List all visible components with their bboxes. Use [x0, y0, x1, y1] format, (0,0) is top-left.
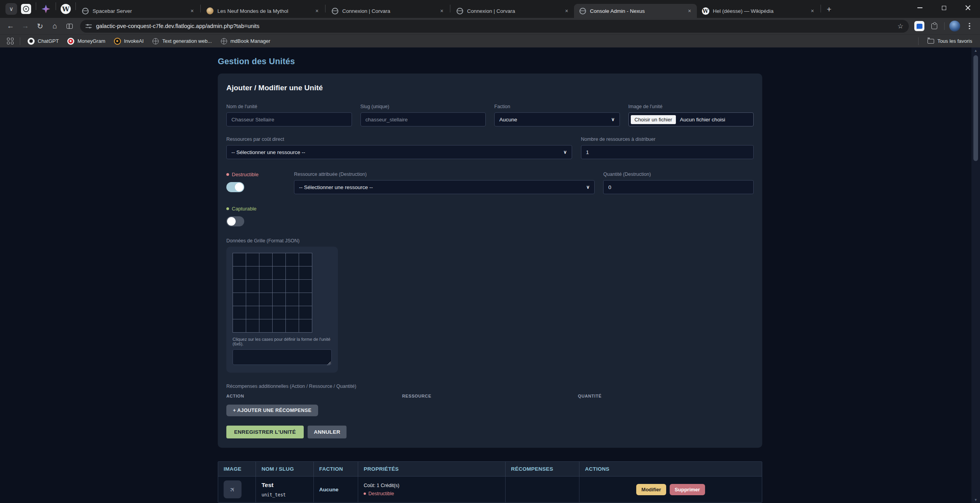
chevron-down-icon: ∨ [586, 184, 590, 190]
grid-cell[interactable] [299, 306, 312, 319]
minimize-button[interactable] [908, 0, 932, 16]
grid-cell[interactable] [259, 306, 273, 319]
grid-cell[interactable] [272, 306, 286, 319]
address-bar[interactable]: galactic-pve-conquest-c7fe.dev.flatlogic… [80, 20, 909, 33]
grid-cell[interactable] [233, 319, 246, 333]
bookmark-moneygram[interactable]: MoneyGram [64, 36, 108, 46]
choose-file-button[interactable]: Choisir un fichier [631, 115, 676, 124]
grid-json-textarea[interactable] [233, 349, 332, 365]
scroll-down-icon[interactable]: ▼ [974, 497, 978, 503]
pinned-tab-fingerprint[interactable] [19, 2, 33, 16]
grid-cell[interactable] [246, 266, 259, 280]
grid-cell[interactable] [272, 319, 286, 333]
grid-cell[interactable] [246, 293, 259, 306]
grid-cell[interactable] [259, 266, 273, 280]
grid-cell[interactable] [272, 266, 286, 280]
name-input[interactable] [226, 112, 352, 126]
close-icon[interactable]: × [563, 7, 570, 14]
grid-cell[interactable] [285, 266, 299, 280]
tab-search-button[interactable]: ∨ [5, 3, 17, 15]
grid-hint: Cliquez sur les cases pour définir la fo… [233, 337, 332, 346]
grid-cell[interactable] [233, 293, 246, 306]
new-tab-button[interactable]: + [823, 4, 835, 15]
save-unit-button[interactable]: ENREGISTRER L'UNITÉ [226, 426, 304, 438]
faction-select[interactable]: Aucune ∨ [494, 112, 620, 126]
grid-cell[interactable] [285, 293, 299, 306]
destructible-toggle[interactable] [226, 182, 244, 192]
tab-neuf-mondes[interactable]: Les Neuf Mondes de la Mythol × [201, 4, 324, 18]
scrollbar[interactable]: ▲ ▼ [971, 47, 980, 503]
grid-cell[interactable] [233, 306, 246, 319]
destruction-qty-input[interactable] [603, 180, 754, 194]
profile-button[interactable] [948, 19, 961, 33]
apps-button[interactable] [5, 36, 16, 47]
bookmark-star-icon[interactable]: ☆ [898, 22, 903, 30]
grid-cell[interactable] [233, 279, 246, 293]
grid-cell[interactable] [272, 293, 286, 306]
pinned-tab-gemini[interactable] [39, 2, 52, 16]
grid-cell[interactable] [272, 253, 286, 266]
bookmark-invokeai[interactable]: InvokeAI [111, 36, 147, 46]
grid-cell[interactable] [246, 319, 259, 333]
destruction-resource-select[interactable]: -- Sélectionner une ressource -- ∨ [294, 180, 595, 194]
close-icon[interactable]: × [313, 7, 320, 14]
grid-cell[interactable] [285, 306, 299, 319]
back-button[interactable]: ← [4, 19, 17, 33]
scroll-up-icon[interactable]: ▲ [974, 47, 978, 54]
grid-cell[interactable] [246, 279, 259, 293]
tab-spacebar-server[interactable]: Spacebar Server × [77, 4, 200, 18]
grid-cell[interactable] [259, 253, 273, 266]
grid-cell[interactable] [259, 293, 273, 306]
extension-shortcut-button[interactable] [913, 19, 926, 33]
grid-cell[interactable] [259, 319, 273, 333]
close-icon[interactable]: × [189, 7, 196, 14]
close-window-button[interactable] [956, 0, 980, 16]
all-bookmarks-button[interactable]: Tous les favoris [924, 36, 975, 46]
tab-connexion-corvara-1[interactable]: Connexion | Corvara × [326, 4, 449, 18]
grid-cell[interactable] [299, 319, 312, 333]
bookmark-chatgpt[interactable]: ChatGPT [24, 36, 62, 46]
grid-cell[interactable] [285, 279, 299, 293]
scrollbar-thumb[interactable] [973, 55, 978, 161]
modify-button[interactable]: Modifier [636, 484, 666, 495]
site-settings-icon[interactable] [86, 24, 92, 28]
tab-connexion-corvara-2[interactable]: Connexion | Corvara × [451, 4, 574, 18]
tab-hel-wikipedia[interactable]: W Hel (déesse) — Wikipédia × [697, 4, 820, 18]
slug-input[interactable] [360, 112, 486, 126]
bookmark-text-generation[interactable]: Text generation web... [149, 36, 215, 46]
grid-cell[interactable] [299, 293, 312, 306]
extensions-button[interactable] [928, 19, 941, 33]
globe-favicon [457, 8, 463, 14]
grid-cell[interactable] [233, 253, 246, 266]
home-button[interactable]: ⌂ [48, 19, 61, 33]
maximize-button[interactable] [932, 0, 956, 16]
grid-cell[interactable] [272, 279, 286, 293]
tab-console-admin-active[interactable]: Console Admin - Nexus × [574, 4, 697, 18]
bookmark-mdbook-manager[interactable]: mdBook Manager [217, 36, 274, 46]
add-reward-button[interactable]: + AJOUTER UNE RÉCOMPENSE [226, 405, 318, 416]
grid-cell[interactable] [285, 253, 299, 266]
menu-button[interactable] [963, 19, 976, 33]
capturable-toggle[interactable] [226, 216, 244, 226]
reload-button[interactable]: ↻ [33, 19, 47, 33]
grid-cell[interactable] [246, 306, 259, 319]
grid-cell[interactable] [285, 319, 299, 333]
close-icon[interactable]: × [438, 7, 445, 14]
delete-button[interactable]: Supprimer [670, 484, 705, 495]
close-icon[interactable]: × [686, 7, 693, 14]
image-file-input[interactable]: Choisir un fichier Aucun fichier choisi [628, 112, 754, 126]
tab-separator [325, 5, 326, 12]
side-panel-button[interactable] [63, 19, 76, 33]
cost-amount-input[interactable] [581, 145, 754, 159]
pinned-tab-wordpress[interactable]: W [59, 2, 72, 16]
forward-button[interactable]: → [19, 19, 32, 33]
grid-cell[interactable] [299, 279, 312, 293]
grid-cell[interactable] [299, 266, 312, 280]
grid-cell[interactable] [246, 253, 259, 266]
grid-cell[interactable] [233, 266, 246, 280]
cancel-button[interactable]: ANNULER [308, 426, 346, 438]
close-icon[interactable]: × [809, 7, 816, 14]
grid-cell[interactable] [299, 253, 312, 266]
grid-cell[interactable] [259, 279, 273, 293]
cost-resource-select[interactable]: -- Sélectionner une ressource -- ∨ [226, 145, 572, 159]
